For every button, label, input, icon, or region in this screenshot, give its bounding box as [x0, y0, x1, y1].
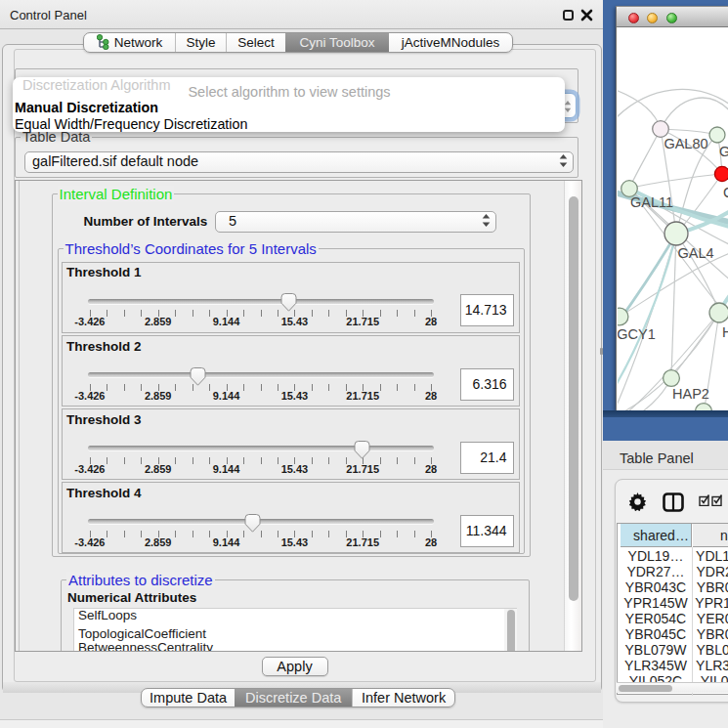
- svg-text:H: H: [722, 324, 728, 340]
- svg-text:GAL11: GAL11: [630, 194, 673, 210]
- svg-text:GAL80: GAL80: [664, 136, 707, 151]
- svg-text:HAP2: HAP2: [672, 386, 709, 402]
- svg-text:C: C: [723, 185, 728, 200]
- svg-text:GAL4: GAL4: [677, 245, 713, 261]
- svg-text:GA: GA: [719, 144, 728, 159]
- svg-text:GCY1: GCY1: [618, 326, 656, 342]
